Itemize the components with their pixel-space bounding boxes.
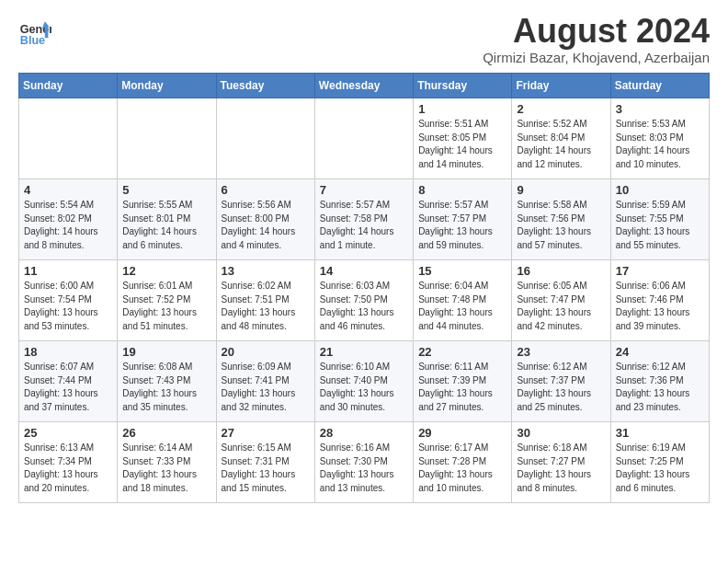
day-number: 1: [418, 102, 506, 116]
day-info: Sunrise: 6:13 AM Sunset: 7:34 PM Dayligh…: [24, 442, 112, 495]
week-row-4: 18Sunrise: 6:07 AM Sunset: 7:44 PM Dayli…: [19, 341, 710, 422]
day-number: 11: [24, 264, 112, 278]
weekday-header-friday: Friday: [512, 74, 610, 98]
calendar-cell: 11Sunrise: 6:00 AM Sunset: 7:54 PM Dayli…: [19, 260, 118, 341]
day-info: Sunrise: 6:14 AM Sunset: 7:33 PM Dayligh…: [122, 442, 210, 495]
weekday-header-tuesday: Tuesday: [216, 74, 314, 98]
day-info: Sunrise: 6:11 AM Sunset: 7:39 PM Dayligh…: [418, 361, 506, 414]
day-info: Sunrise: 5:52 AM Sunset: 8:04 PM Dayligh…: [517, 118, 605, 171]
calendar-cell: 5Sunrise: 5:55 AM Sunset: 8:01 PM Daylig…: [118, 179, 216, 260]
day-number: 8: [418, 183, 506, 197]
day-number: 28: [320, 426, 408, 440]
calendar-cell: 10Sunrise: 5:59 AM Sunset: 7:55 PM Dayli…: [610, 179, 709, 260]
calendar-cell: 15Sunrise: 6:04 AM Sunset: 7:48 PM Dayli…: [414, 260, 512, 341]
weekday-header-wednesday: Wednesday: [314, 74, 413, 98]
day-info: Sunrise: 6:10 AM Sunset: 7:40 PM Dayligh…: [320, 361, 408, 414]
day-number: 19: [122, 345, 210, 359]
day-info: Sunrise: 6:18 AM Sunset: 7:27 PM Dayligh…: [517, 442, 605, 495]
calendar-cell: 29Sunrise: 6:17 AM Sunset: 7:28 PM Dayli…: [414, 422, 512, 503]
weekday-header-saturday: Saturday: [610, 74, 709, 98]
page-header: General Blue August 2024 Qirmizi Bazar, …: [18, 15, 710, 65]
day-info: Sunrise: 5:57 AM Sunset: 7:57 PM Dayligh…: [418, 199, 506, 252]
calendar-cell: [216, 98, 314, 179]
day-number: 31: [616, 426, 704, 440]
day-info: Sunrise: 5:59 AM Sunset: 7:55 PM Dayligh…: [616, 199, 704, 252]
day-info: Sunrise: 5:53 AM Sunset: 8:03 PM Dayligh…: [616, 118, 704, 171]
weekday-header-row: SundayMondayTuesdayWednesdayThursdayFrid…: [19, 74, 710, 98]
day-info: Sunrise: 5:56 AM Sunset: 8:00 PM Dayligh…: [222, 199, 310, 252]
day-info: Sunrise: 6:09 AM Sunset: 7:41 PM Dayligh…: [222, 361, 310, 414]
week-row-1: 1Sunrise: 5:51 AM Sunset: 8:05 PM Daylig…: [19, 98, 710, 179]
calendar-cell: 7Sunrise: 5:57 AM Sunset: 7:58 PM Daylig…: [314, 179, 413, 260]
day-number: 14: [320, 264, 408, 278]
weekday-header-monday: Monday: [118, 74, 216, 98]
day-info: Sunrise: 6:05 AM Sunset: 7:47 PM Dayligh…: [517, 280, 605, 333]
calendar-cell: 14Sunrise: 6:03 AM Sunset: 7:50 PM Dayli…: [314, 260, 413, 341]
logo-icon: General Blue: [18, 15, 51, 48]
calendar-cell: 17Sunrise: 6:06 AM Sunset: 7:46 PM Dayli…: [610, 260, 709, 341]
calendar-cell: 19Sunrise: 6:08 AM Sunset: 7:43 PM Dayli…: [118, 341, 216, 422]
calendar-cell: 12Sunrise: 6:01 AM Sunset: 7:52 PM Dayli…: [118, 260, 216, 341]
calendar-cell: 13Sunrise: 6:02 AM Sunset: 7:51 PM Dayli…: [216, 260, 314, 341]
day-info: Sunrise: 6:15 AM Sunset: 7:31 PM Dayligh…: [222, 442, 310, 495]
day-info: Sunrise: 6:19 AM Sunset: 7:25 PM Dayligh…: [616, 442, 704, 495]
day-info: Sunrise: 6:12 AM Sunset: 7:37 PM Dayligh…: [517, 361, 605, 414]
calendar-cell: 3Sunrise: 5:53 AM Sunset: 8:03 PM Daylig…: [610, 98, 709, 179]
day-info: Sunrise: 5:54 AM Sunset: 8:02 PM Dayligh…: [24, 199, 112, 252]
day-number: 10: [616, 183, 704, 197]
location: Qirmizi Bazar, Khojavend, Azerbaijan: [483, 50, 710, 65]
calendar-cell: 23Sunrise: 6:12 AM Sunset: 7:37 PM Dayli…: [512, 341, 610, 422]
day-info: Sunrise: 5:57 AM Sunset: 7:58 PM Dayligh…: [320, 199, 408, 252]
day-info: Sunrise: 6:00 AM Sunset: 7:54 PM Dayligh…: [24, 280, 112, 333]
calendar-cell: 6Sunrise: 5:56 AM Sunset: 8:00 PM Daylig…: [216, 179, 314, 260]
calendar-cell: 8Sunrise: 5:57 AM Sunset: 7:57 PM Daylig…: [414, 179, 512, 260]
day-number: 6: [222, 183, 310, 197]
calendar-cell: 22Sunrise: 6:11 AM Sunset: 7:39 PM Dayli…: [414, 341, 512, 422]
day-info: Sunrise: 6:03 AM Sunset: 7:50 PM Dayligh…: [320, 280, 408, 333]
calendar-cell: [118, 98, 216, 179]
calendar-cell: 18Sunrise: 6:07 AM Sunset: 7:44 PM Dayli…: [19, 341, 118, 422]
day-info: Sunrise: 5:55 AM Sunset: 8:01 PM Dayligh…: [122, 199, 210, 252]
day-number: 29: [418, 426, 506, 440]
day-info: Sunrise: 6:01 AM Sunset: 7:52 PM Dayligh…: [122, 280, 210, 333]
day-number: 21: [320, 345, 408, 359]
day-info: Sunrise: 6:12 AM Sunset: 7:36 PM Dayligh…: [616, 361, 704, 414]
calendar-cell: 28Sunrise: 6:16 AM Sunset: 7:30 PM Dayli…: [314, 422, 413, 503]
day-info: Sunrise: 6:16 AM Sunset: 7:30 PM Dayligh…: [320, 442, 408, 495]
day-number: 26: [122, 426, 210, 440]
day-number: 22: [418, 345, 506, 359]
day-number: 9: [517, 183, 605, 197]
day-number: 3: [616, 102, 704, 116]
calendar-cell: 21Sunrise: 6:10 AM Sunset: 7:40 PM Dayli…: [314, 341, 413, 422]
day-number: 5: [122, 183, 210, 197]
calendar-cell: 9Sunrise: 5:58 AM Sunset: 7:56 PM Daylig…: [512, 179, 610, 260]
day-number: 23: [517, 345, 605, 359]
calendar-cell: 27Sunrise: 6:15 AM Sunset: 7:31 PM Dayli…: [216, 422, 314, 503]
day-number: 17: [616, 264, 704, 278]
calendar-cell: 25Sunrise: 6:13 AM Sunset: 7:34 PM Dayli…: [19, 422, 118, 503]
day-number: 4: [24, 183, 112, 197]
weekday-header-sunday: Sunday: [19, 74, 118, 98]
day-number: 13: [222, 264, 310, 278]
day-number: 12: [122, 264, 210, 278]
day-number: 24: [616, 345, 704, 359]
day-number: 18: [24, 345, 112, 359]
day-number: 20: [222, 345, 310, 359]
day-number: 15: [418, 264, 506, 278]
logo: General Blue: [18, 15, 51, 48]
svg-text:Blue: Blue: [20, 34, 45, 47]
calendar-cell: 1Sunrise: 5:51 AM Sunset: 8:05 PM Daylig…: [414, 98, 512, 179]
day-info: Sunrise: 6:06 AM Sunset: 7:46 PM Dayligh…: [616, 280, 704, 333]
calendar-cell: 24Sunrise: 6:12 AM Sunset: 7:36 PM Dayli…: [610, 341, 709, 422]
day-number: 25: [24, 426, 112, 440]
calendar-cell: 31Sunrise: 6:19 AM Sunset: 7:25 PM Dayli…: [610, 422, 709, 503]
calendar-cell: [314, 98, 413, 179]
calendar-cell: 2Sunrise: 5:52 AM Sunset: 8:04 PM Daylig…: [512, 98, 610, 179]
day-number: 7: [320, 183, 408, 197]
day-number: 30: [517, 426, 605, 440]
calendar-table: SundayMondayTuesdayWednesdayThursdayFrid…: [18, 73, 710, 503]
day-number: 16: [517, 264, 605, 278]
day-info: Sunrise: 5:51 AM Sunset: 8:05 PM Dayligh…: [418, 118, 506, 171]
day-info: Sunrise: 6:02 AM Sunset: 7:51 PM Dayligh…: [222, 280, 310, 333]
day-number: 27: [222, 426, 310, 440]
